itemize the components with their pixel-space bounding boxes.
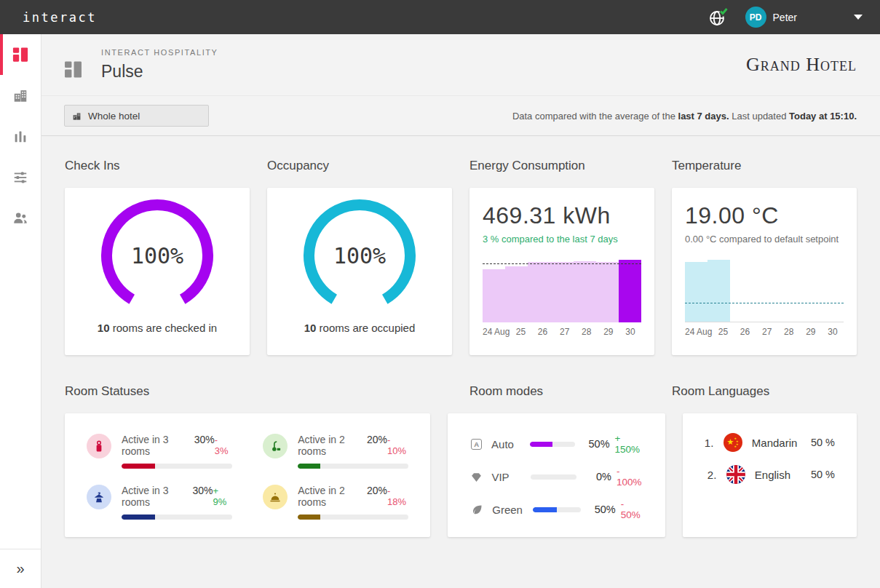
language-rank: 1. (705, 437, 721, 449)
svg-text:★: ★ (734, 445, 737, 448)
bar-chart-icon (12, 128, 28, 144)
mode-progress (533, 507, 581, 512)
status-progress (298, 514, 408, 520)
pulse-dashboard-icon (64, 61, 82, 81)
status-delta: - 10% (387, 434, 408, 456)
energy-bar-chart (483, 260, 641, 322)
mode-progress (530, 442, 575, 447)
sidebar-item-settings[interactable] (0, 156, 41, 197)
building-icon (72, 111, 82, 121)
check-ins-percent: 100% (100, 198, 215, 313)
status-label: Active in 3 rooms (122, 434, 193, 457)
check-ins-gauge: 100% (100, 198, 215, 313)
page-title: Pulse (101, 62, 218, 82)
double-chevron-right-icon: » (16, 560, 24, 577)
check-ins-caption: 10 rooms are checked in (98, 322, 217, 334)
avatar[interactable]: PD (745, 7, 766, 28)
energy-x-axis-labels: 24 Aug25 2627 2829 30 (483, 327, 641, 337)
temperature-setpoint-line (685, 303, 844, 303)
sidebar-expand-button[interactable]: » (0, 549, 41, 588)
occupancy-card: 100% 10 rooms are occupied (267, 188, 452, 355)
status-label: Active in 2 rooms (298, 485, 365, 508)
app-label: INTERACT HOSPITALITY (101, 48, 218, 57)
section-title-room-statuses: Room Statuses (65, 384, 452, 413)
status-delta: - 18% (387, 485, 408, 507)
users-icon (12, 210, 28, 226)
room-status-make-up-room: Active in 2 rooms 20% - 10% (263, 434, 408, 469)
sidebar-item-building[interactable] (0, 75, 41, 116)
mode-delta: - 50% (621, 498, 646, 520)
room-mode-auto: A Auto 50% + 150% (469, 435, 646, 453)
status-progress (122, 514, 232, 520)
sidebar-item-users[interactable] (0, 197, 41, 238)
topbar: interact PD Peter (0, 0, 880, 34)
room-status-room-service: Active in 2 rooms 20% - 18% (263, 485, 408, 520)
energy-bar (528, 262, 550, 322)
status-percent: 20% (367, 485, 387, 496)
filter-bar: Whole hotel Data compared with the avera… (41, 95, 880, 136)
section-title-occupancy: Occupancy (267, 159, 452, 188)
dashboard-icon (12, 47, 28, 63)
do-not-disturb-icon (87, 434, 111, 458)
language-name: English (755, 469, 790, 481)
energy-comparison: 3 % compared to the last 7 days (483, 234, 641, 245)
section-title-temperature: Temperature (672, 159, 857, 188)
page-header: INTERACT HOSPITALITY Pulse Grand Hotel (41, 34, 880, 95)
mode-delta: + 150% (615, 433, 646, 455)
temperature-card: 19.00 °C 0.00 °C compared to default set… (672, 188, 857, 355)
room-statuses-card: Active in 3 rooms 30% - 3% (65, 413, 430, 537)
energy-card: 469.31 kWh 3 % compared to the last 7 da… (469, 188, 654, 355)
status-percent: 20% (367, 434, 387, 445)
language-percent: 50 % (811, 469, 835, 480)
room-status-laundry: Active in 3 rooms 30% + 9% (87, 485, 232, 520)
energy-bar (483, 269, 505, 322)
interact-logo: interact (23, 10, 97, 25)
status-progress (298, 464, 408, 469)
chevron-down-icon[interactable] (854, 15, 863, 20)
status-percent: 30% (194, 434, 215, 445)
energy-bar-highlighted (619, 260, 641, 322)
room-languages-card: 1. ★ ★ ★ ★ ★ Mandarin (683, 413, 857, 537)
language-rank: 2. (707, 469, 724, 481)
vacuum-cleaner-icon (263, 434, 288, 458)
vip-diamond-icon (469, 471, 483, 483)
svg-text:★: ★ (726, 437, 734, 446)
language-name: Mandarin (752, 437, 798, 449)
scope-selector-button[interactable]: Whole hotel (64, 105, 209, 127)
language-row-english: 2. (705, 464, 835, 485)
status-label: Active in 2 rooms (298, 434, 365, 457)
green-leaf-icon (469, 504, 484, 516)
section-title-energy: Energy Consumption (469, 159, 654, 188)
mode-percent: 0% (584, 471, 611, 482)
cloche-icon (263, 485, 288, 509)
language-row-mandarin: 1. ★ ★ ★ ★ ★ Mandarin (705, 432, 835, 453)
room-modes-card: A Auto 50% + 150% (448, 413, 665, 537)
auto-mode-icon: A (469, 439, 483, 450)
status-progress (122, 464, 232, 469)
section-title-check-ins: Check Ins (65, 159, 250, 188)
scope-selector-label: Whole hotel (88, 111, 140, 122)
temperature-value: 19.00 °C (685, 202, 844, 229)
occupancy-caption: 10 rooms are occupied (304, 322, 416, 334)
mode-label: Green (492, 504, 533, 516)
sliders-icon (12, 169, 28, 185)
mode-percent: 50% (582, 438, 610, 450)
mode-delta: - 100% (617, 466, 646, 488)
energy-bar (505, 266, 528, 322)
temperature-comparison: 0.00 °C compared to default setpoint (685, 234, 844, 245)
sidebar-item-reports[interactable] (0, 116, 41, 156)
temperature-bar (707, 260, 730, 322)
mode-label: Auto (491, 438, 530, 450)
dashboard-content: Check Ins Occupancy Energy Consumption T… (41, 136, 880, 537)
status-label: Active in 3 rooms (122, 485, 191, 508)
china-flag-icon: ★ ★ ★ ★ ★ (724, 433, 742, 452)
connection-globe-icon (707, 7, 729, 28)
sidebar-item-dashboard[interactable] (0, 34, 41, 75)
temperature-bar (685, 262, 707, 322)
check-ins-card: 100% 10 rooms are checked in (65, 188, 250, 355)
hotel-brand-logo: Grand Hotel (746, 54, 857, 76)
status-delta: - 3% (215, 434, 232, 456)
section-title-room-languages: Room Languages (672, 384, 857, 413)
mode-percent: 50% (588, 504, 616, 515)
mode-label: VIP (491, 471, 531, 483)
